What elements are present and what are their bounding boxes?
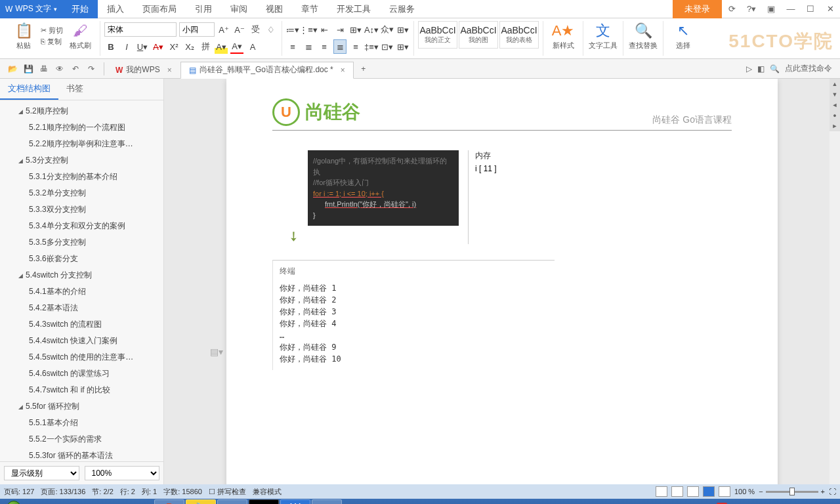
outline-item[interactable]: 5.4.6switch 的课堂练习 [0,366,163,382]
outline-item[interactable]: 5.2顺序控制 [0,103,163,119]
spacing-icon[interactable]: ‡≡▾ [365,39,378,54]
outline-item[interactable]: 5.3.5多分支控制 [0,234,163,251]
outline-item[interactable]: 5.4switch 分支控制 [0,267,163,284]
clear-format-icon[interactable]: ♢ [264,22,278,37]
copy-button[interactable]: ⎘复制 [39,37,64,47]
style-pic[interactable]: AaBbCcI我的图 [459,21,498,49]
change-case-icon[interactable]: 受 [249,22,262,37]
tab-dev[interactable]: 开发工具 [327,0,380,18]
outline-item[interactable]: 5.3分支控制 [0,152,163,169]
style-table[interactable]: AaBbCcI我的表格 [499,21,539,49]
text-effect-icon[interactable]: A [246,39,259,54]
close-tab-icon[interactable]: × [167,66,172,75]
cut-button[interactable]: ✂剪切 [39,26,64,35]
open-icon[interactable]: 📂 [7,63,18,75]
outline-item[interactable]: 5.3.6嵌套分支 [0,251,163,267]
view-full-icon[interactable] [719,486,730,497]
doctab-mywps[interactable]: W 我的WPS × [107,62,180,79]
subscript-button[interactable]: X₂ [183,39,196,54]
task-cmd[interactable]: C:\ [249,499,279,504]
view-read-icon[interactable] [703,486,715,497]
task-unknown[interactable]: ⬚ [312,499,342,504]
search-icon[interactable]: 🔍 [770,64,780,74]
outline-item[interactable]: 5.3.3双分支控制 [0,201,163,218]
redo-icon[interactable]: ↷ [85,63,97,75]
help-icon[interactable]: ?▾ [742,0,761,18]
font-color-button[interactable]: A▾ [230,39,243,54]
zoom-select[interactable]: 100% [85,466,160,480]
style-normal[interactable]: AaBbCcI我的正文 [418,21,457,49]
doctab-document[interactable]: ▤ 尚硅谷_韩顺平_Go语言核心编程.doc * × [180,62,354,79]
level-select[interactable]: 显示级别 [4,466,79,480]
paste-button[interactable]: 📋 粘贴 [8,21,39,51]
borders-icon[interactable]: ⊞▾ [396,22,410,37]
outline-item[interactable]: 5.3.2单分支控制 [0,185,163,201]
align-left-icon[interactable]: ≡ [286,39,299,54]
zoom-value[interactable]: 100 % [734,488,755,495]
font-size-select[interactable] [179,22,215,37]
line-spacing-icon[interactable]: A↕▾ [365,22,378,37]
maximize-icon[interactable]: ☐ [801,0,820,18]
outline-item[interactable]: 5.4.4switch 快速入门案例 [0,333,163,349]
shading-icon[interactable]: 众▾ [381,22,394,37]
browse-icon[interactable]: ● [830,110,840,121]
scroll-up-icon[interactable]: ▲ [830,79,840,89]
status-pages[interactable]: 页面: 133/136 [41,487,85,497]
outline-item[interactable]: 5.5.3for 循环的基本语法 [0,448,163,461]
sidebar-tab-outline[interactable]: 文档结构图 [0,79,58,100]
view-print-icon[interactable] [656,486,667,497]
status-spellcheck[interactable]: ☐ 拼写检查 [209,487,246,497]
outline-item[interactable]: 5.5.2一个实际的需求 [0,431,163,448]
numbering-icon[interactable]: ⋮≡▾ [302,22,315,37]
view-web-icon[interactable] [687,486,699,497]
sidebar-tab-bookmarks[interactable]: 书签 [58,79,91,100]
prev-page-icon[interactable]: ◄ [830,100,840,110]
outline-item[interactable]: 5.2.1顺序控制的一个流程图 [0,119,163,136]
close-icon[interactable]: ✕ [820,0,840,18]
status-page[interactable]: 页码: 127 [4,487,34,497]
pin-icon[interactable]: ◧ [757,64,765,74]
shading2-icon[interactable]: ⊡▾ [381,39,394,54]
sync-icon[interactable]: ⟳ [722,0,742,18]
view-outline-icon[interactable] [671,486,683,497]
page-options-icon[interactable]: ▤▾ [210,346,223,357]
highlight-button[interactable]: A▾ [215,39,228,54]
borders2-icon[interactable]: ⊞▾ [396,39,410,54]
tab-start[interactable]: 开始 [62,0,98,18]
task-explorer[interactable]: 📁 [91,499,121,504]
format-painter-button[interactable]: 🖌 格式刷 [64,21,96,51]
outline-item[interactable]: 5.4.5switch 的使用的注意事… [0,349,163,366]
document-canvas[interactable]: U 尚硅谷 尚硅谷 Go语言课程 //golang中，有循环控制语句来处理循环的… [164,79,840,484]
tab-layout[interactable]: 页面布局 [133,0,186,18]
tab-insert[interactable]: 插入 [98,0,133,18]
zoom-slider[interactable]: − + [759,488,825,495]
command-search[interactable]: 点此查找命令 [785,63,832,74]
next-page-icon[interactable]: ► [830,121,840,131]
vertical-scrollbar[interactable]: ▲ ▼ ◄ ● ► [830,79,840,484]
task-chrome[interactable]: ◉ [123,499,153,504]
task-securecrt[interactable]: 🔧 [186,499,216,504]
outline-item[interactable]: 5.4.3switch 的流程图 [0,316,163,333]
task-wps[interactable]: W [280,499,310,504]
align-justify-icon[interactable]: ≣ [333,39,346,54]
text-tools-button[interactable]: 文文字工具 [587,21,619,51]
tab-review[interactable]: 审阅 [221,0,257,18]
align-right-icon[interactable]: ≡ [318,39,331,54]
save-icon[interactable]: 💾 [22,63,34,75]
close-tab-icon[interactable]: × [341,66,345,75]
undo-icon[interactable]: ↶ [70,63,81,75]
distribute-icon[interactable]: ≡ [349,39,362,54]
tab-chapter[interactable]: 章节 [292,0,327,18]
slider-thumb[interactable] [789,488,795,495]
status-words[interactable]: 字数: 15860 [163,487,202,497]
indent-inc-icon[interactable]: ⇥ [333,22,346,37]
strike-button[interactable]: A̶▾ [152,39,165,54]
outline-item[interactable]: 5.2.2顺序控制举例和注意事… [0,136,163,152]
zoom-out-icon[interactable]: − [759,488,763,495]
outline-item[interactable]: 5.4.1基本的介绍 [0,284,163,300]
shrink-font-icon[interactable]: A⁻ [233,22,246,37]
start-button[interactable] [0,499,28,504]
bullets-icon[interactable]: ≔▾ [286,22,299,37]
minimize-icon[interactable]: — [781,0,801,18]
preview-icon[interactable]: 👁 [54,63,66,75]
